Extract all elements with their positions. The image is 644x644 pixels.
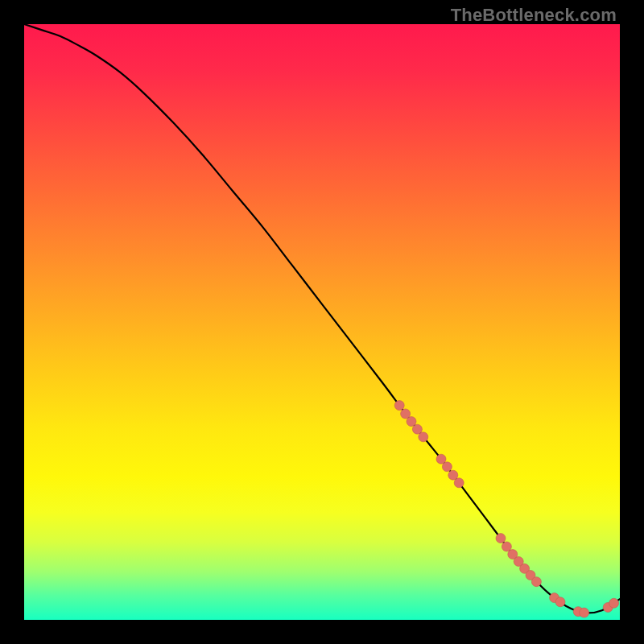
data-marker <box>555 597 565 607</box>
curve-layer <box>24 24 620 620</box>
data-marker <box>442 462 452 472</box>
data-marker <box>531 577 541 587</box>
data-markers <box>394 401 618 618</box>
plot-area <box>24 24 620 620</box>
data-marker <box>496 534 506 543</box>
data-marker <box>394 401 404 411</box>
data-marker <box>609 598 619 608</box>
data-marker <box>580 608 589 617</box>
chart-stage: TheBottleneck.com <box>0 0 644 644</box>
watermark-text: TheBottleneck.com <box>451 5 617 26</box>
bottleneck-curve <box>24 24 620 613</box>
data-marker <box>454 478 464 488</box>
data-marker <box>419 432 428 442</box>
